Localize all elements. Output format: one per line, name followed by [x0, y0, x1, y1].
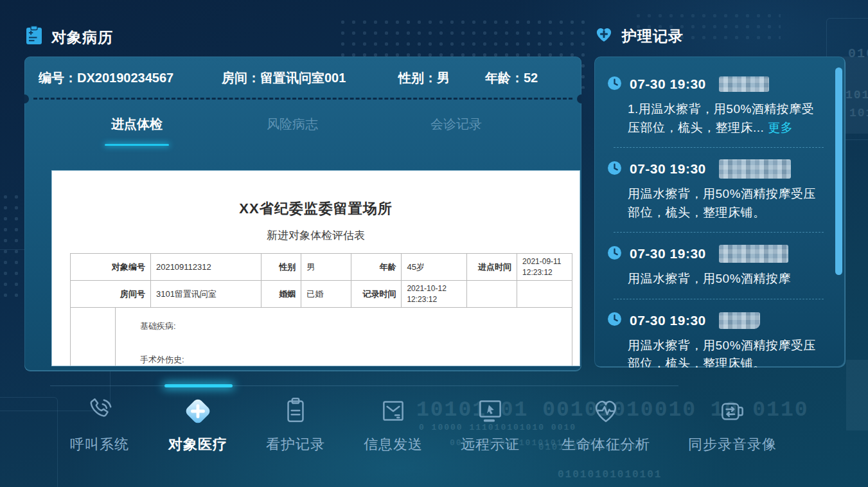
document-form-title: 新进对象体检评估表 [52, 228, 580, 243]
redacted-name [719, 245, 788, 263]
redacted-name [719, 76, 769, 92]
table-cell: 3101留置讯问室 [150, 281, 261, 308]
subject-info-bar: 编号：DX20190234567 房间：留置讯问室001 性别：男 年龄：52 [24, 69, 581, 99]
record-header: 07-30 19:30 [607, 75, 824, 94]
table-cell: 基础疾病: 手术外伤史: [116, 308, 572, 366]
binary-decoration: 010 [848, 46, 868, 61]
table-cell: 2021-09-11 12:23:12 [517, 254, 572, 281]
nav-divider-line [50, 385, 678, 386]
record-divider [614, 299, 824, 299]
panel-notch [577, 94, 581, 103]
clock-icon [607, 245, 622, 263]
scrollbar-thumb[interactable] [835, 67, 842, 275]
table-cell: 2021-10-12 12:23:12 [402, 281, 467, 308]
table-cell: 对象编号 [71, 254, 151, 281]
binary-decoration: 1011 [849, 107, 868, 120]
binary-decoration: 01010101010101 [558, 469, 662, 481]
clock-icon [607, 161, 622, 178]
record-time: 07-30 19:30 [630, 313, 706, 328]
field-basic-disease: 基础疾病: [140, 321, 572, 332]
heart-pulse-icon [548, 395, 664, 429]
redacted-name [719, 159, 791, 179]
tab-entry-checkup[interactable]: 进点体检 [111, 116, 163, 133]
table-cell: 202109112312 [150, 254, 261, 281]
active-nav-indicator [164, 384, 233, 387]
page-title: 护理记录 [622, 26, 684, 46]
active-tab-underline [105, 144, 169, 146]
more-link[interactable]: 更多 [768, 121, 793, 134]
subject-age: 年龄：52 [485, 69, 538, 87]
nursing-record-panel: 07-30 19:30 1.用温水擦背，用50%酒精按摩受压部位，梳头，整理床.… [594, 57, 846, 367]
table-row: 房间号 3101留置讯问室 婚姻 已婚 记录时间 2021-10-12 12:2… [71, 281, 572, 308]
table-cell: 婚姻 [261, 281, 301, 308]
record-time: 07-30 19:30 [630, 76, 706, 92]
table-cell [517, 281, 572, 308]
tab-risk-notes[interactable]: 风险病志 [267, 116, 318, 133]
record-text: 1.用温水擦背，用50%酒精按摩受压部位，梳头，整理床... 更多 [628, 100, 824, 137]
nav-label: 远程示证 [432, 435, 548, 454]
clock-icon [607, 312, 622, 329]
list-item: 07-30 19:30 用温水擦背，用50%酒精按摩 [607, 244, 824, 299]
nav-item-remote-evidence[interactable]: 远程示证 [432, 395, 548, 454]
table-cell [466, 281, 517, 308]
table-cell: 45岁 [402, 254, 467, 281]
nursing-record-section-title: 护理记录 [595, 26, 684, 46]
subject-gender: 性别：男 [398, 69, 450, 87]
clipboard-blue-icon [26, 26, 42, 49]
table-cell [71, 308, 116, 366]
record-divider [614, 147, 824, 148]
table-cell: 性别 [261, 254, 301, 281]
dashboard-root: { "left": { "title": "对象病历", "info": [ {… [0, 0, 868, 487]
video-camera-sync-icon [675, 395, 790, 429]
background-block-decoration [846, 360, 868, 430]
record-text: 用温水擦背，用50%酒精按摩 [628, 270, 824, 288]
subject-room: 房间：留置讯问室001 [222, 69, 346, 87]
table-freeform-row: 基础疾病: 手术外伤史: [70, 308, 572, 366]
field-surgery-history: 手术外伤史: [140, 354, 572, 366]
list-item: 07-30 19:30 用温水擦背，用50%酒精按摩受压部位，梳头，整理床铺。 [607, 159, 824, 233]
record-time: 07-30 19:30 [630, 246, 706, 261]
record-header: 07-30 19:30 [607, 159, 824, 179]
record-header: 07-30 19:30 [607, 311, 824, 330]
medical-record-section-title: 对象病历 [26, 26, 113, 49]
table-row: 对象编号 202109112312 性别 男 年龄 45岁 进点时间 2021-… [71, 254, 572, 281]
subject-id: 编号：DX20190234567 [39, 69, 173, 87]
assessment-table: 对象编号 202109112312 性别 男 年龄 45岁 进点时间 2021-… [70, 253, 572, 308]
record-header: 07-30 19:30 [607, 244, 824, 263]
record-text: 用温水擦背，用50%酒精按摩受压部位，梳头，整理床铺。 [628, 337, 824, 368]
nav-item-vital-signs[interactable]: 生命体征分析 [548, 395, 664, 454]
list-item: 07-30 19:30 1.用温水擦背，用50%酒精按摩受压部位，梳头，整理床.… [607, 75, 824, 148]
binary-decoration: 10101 [846, 89, 868, 102]
tab-consultation-records[interactable]: 会诊记录 [430, 116, 482, 133]
document-org-title: XX省纪委监委留置场所 [52, 199, 580, 218]
record-text: 用温水擦背，用50%酒精按摩受压部位，梳头，整理床铺。 [628, 185, 824, 222]
dashed-divider [33, 98, 572, 100]
redacted-name [719, 312, 760, 329]
nav-item-sync-recording[interactable]: 同步录音录像 [675, 395, 790, 454]
page-title: 对象病历 [51, 28, 113, 48]
table-cell: 进点时间 [466, 254, 517, 281]
heart-plus-icon [595, 26, 613, 46]
table-cell: 房间号 [71, 281, 151, 308]
table-cell: 男 [301, 254, 351, 281]
record-time: 07-30 19:30 [630, 161, 706, 177]
table-cell: 已婚 [301, 281, 351, 308]
table-cell: 记录时间 [351, 281, 402, 308]
monitor-cursor-icon [432, 395, 548, 429]
medical-record-panel: 编号：DX20190234567 房间：留置讯问室001 性别：男 年龄：52 … [24, 57, 581, 371]
list-item: 07-30 19:30 用温水擦背，用50%酒精按摩受压部位，梳头，整理床铺。 [607, 311, 824, 368]
record-divider [614, 232, 824, 233]
table-cell: 年龄 [351, 254, 402, 281]
clock-icon [607, 76, 622, 93]
nav-label: 同步录音录像 [675, 435, 790, 454]
assessment-form-document: XX省纪委监委留置场所 新进对象体检评估表 对象编号 202109112312 … [51, 170, 580, 366]
nav-label: 生命体征分析 [548, 435, 664, 454]
